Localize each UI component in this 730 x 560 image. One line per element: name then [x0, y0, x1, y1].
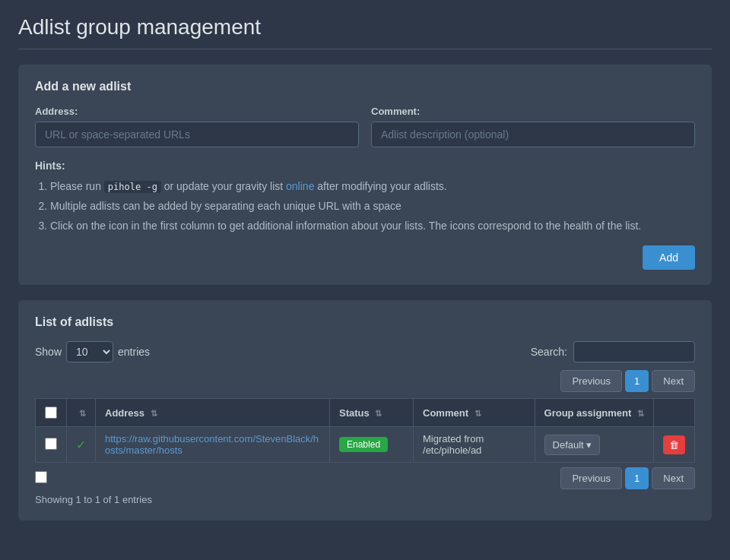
bottom-checkbox-cell [35, 471, 47, 486]
th-status-icon: ⇅ [67, 399, 96, 427]
th-action [654, 399, 695, 427]
entries-label: entries [118, 346, 150, 358]
th-address[interactable]: Address ⇅ [96, 399, 330, 427]
row-health-icon: ✓ [76, 438, 86, 451]
hint1-end: after modifying your adlists. [314, 180, 446, 192]
hints-title: Hints: [35, 160, 695, 172]
add-form-footer: Add [35, 236, 695, 270]
hints-list: Please run pihole -g or update your grav… [35, 178, 695, 235]
entries-select[interactable]: 10 25 50 100 [66, 341, 113, 362]
comment-form-group: Comment: [371, 106, 695, 147]
th-group-label: Group assignment [544, 407, 632, 419]
page-title: Adlist group management [18, 15, 712, 40]
th-comment-label: Comment [423, 407, 468, 419]
hint1-post: or update your gravity list [161, 180, 286, 192]
hint1-online-link[interactable]: online [286, 180, 314, 192]
address-label: Address: [35, 106, 359, 117]
row-group-cell: Default ▾ [535, 427, 653, 463]
bottom-previous-button[interactable]: Previous [560, 467, 622, 489]
adlist-table: ⇅ Address ⇅ Status ⇅ Comment ⇅ Group ass… [35, 398, 695, 463]
row-status-badge: Enabled [339, 437, 388, 452]
row-comment-text: Migrated from /etc/pihole/ad [423, 433, 484, 456]
row-status-cell: Enabled [330, 427, 414, 463]
select-all-checkbox[interactable] [45, 407, 57, 419]
th-comment[interactable]: Comment ⇅ [414, 399, 535, 427]
sort-icon-status-icon: ⇅ [79, 409, 86, 419]
bottom-page-number: 1 [625, 467, 649, 489]
search-input[interactable] [573, 341, 695, 362]
list-adlists-card: List of adlists Show 10 25 50 100 entrie… [18, 300, 712, 520]
table-row: ✓ https://raw.githubusercontent.com/Stev… [36, 427, 695, 463]
sort-icon-status: ⇅ [375, 409, 382, 419]
sort-icon-address: ⇅ [151, 409, 157, 419]
table-body: ✓ https://raw.githubusercontent.com/Stev… [36, 427, 695, 463]
add-adlist-title: Add a new adlist [35, 80, 695, 93]
row-checkbox[interactable] [45, 438, 57, 450]
top-previous-button[interactable]: Previous [560, 370, 622, 392]
address-form-group: Address: [35, 106, 359, 147]
search-label: Search: [531, 346, 567, 358]
row-status-icon-cell: ✓ [67, 427, 96, 463]
title-divider [18, 49, 712, 49]
sort-icon-comment: ⇅ [474, 409, 481, 419]
top-pagination: Previous 1 Next [35, 370, 695, 392]
hint-1: Please run pihole -g or update your grav… [50, 178, 695, 196]
row-action-cell: 🗑 [654, 427, 695, 463]
hints-section: Hints: Please run pihole -g or update yo… [35, 160, 695, 235]
hint1-pre: Please run [50, 180, 104, 192]
row-address-cell: https://raw.githubusercontent.com/Steven… [96, 427, 330, 463]
hint1-code: pihole -g [104, 181, 161, 193]
top-page-number: 1 [625, 370, 649, 392]
th-group[interactable]: Group assignment ⇅ [535, 399, 653, 427]
hint-2: Multiple adlists can be added by separat… [50, 198, 695, 216]
row-comment-cell: Migrated from /etc/pihole/ad [414, 427, 535, 463]
chevron-down-icon: ▾ [586, 439, 592, 451]
comment-input[interactable] [371, 122, 695, 147]
list-controls: Show 10 25 50 100 entries Search: [35, 341, 695, 362]
add-button[interactable]: Add [643, 245, 695, 270]
hint-3: Click on the icon in the first column to… [50, 217, 695, 236]
th-status-label: Status [339, 407, 370, 419]
row-group-value: Default [553, 439, 584, 451]
sort-icon-group: ⇅ [637, 409, 644, 419]
th-status[interactable]: Status ⇅ [330, 399, 414, 427]
show-entries: Show 10 25 50 100 entries [35, 341, 150, 362]
th-address-label: Address [105, 407, 144, 419]
top-next-button[interactable]: Next [652, 370, 695, 392]
th-checkbox [36, 399, 67, 427]
show-label: Show [35, 346, 62, 358]
list-title: List of adlists [35, 315, 695, 329]
row-address-link[interactable]: https://raw.githubusercontent.com/Steven… [105, 433, 319, 456]
comment-label: Comment: [371, 106, 695, 117]
search-row: Search: [531, 341, 695, 362]
bottom-pagination: Previous 1 Next [560, 467, 695, 489]
showing-text: Showing 1 to 1 of 1 entries [35, 494, 695, 505]
row-group-dropdown[interactable]: Default ▾ [544, 435, 601, 455]
address-input[interactable] [35, 122, 359, 147]
bottom-next-button[interactable]: Next [652, 467, 695, 489]
row-checkbox-cell [36, 427, 67, 463]
bottom-select-all-checkbox[interactable] [35, 471, 47, 483]
table-head: ⇅ Address ⇅ Status ⇅ Comment ⇅ Group ass… [36, 399, 695, 427]
row-delete-button[interactable]: 🗑 [663, 435, 685, 454]
add-adlist-form-row: Address: Comment: [35, 106, 695, 147]
add-adlist-card: Add a new adlist Address: Comment: Hints… [18, 65, 712, 285]
